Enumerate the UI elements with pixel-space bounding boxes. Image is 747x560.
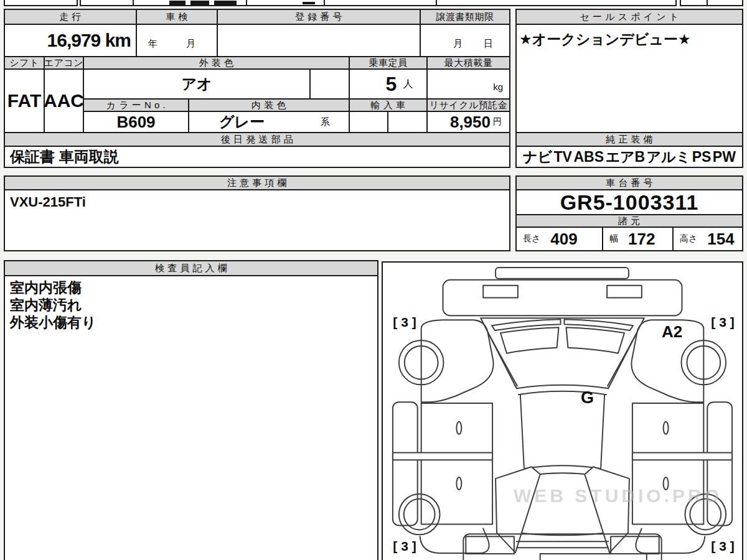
- max-load-unit: kg: [493, 82, 503, 92]
- clipped-text-fragment: [214, 1, 237, 5]
- spec-width: 幅 172: [602, 226, 674, 251]
- inspector-note-line: 室内薄汚れ: [10, 296, 372, 314]
- clipped-text-fragment: [169, 1, 186, 5]
- color-no-header: カ ラ ー N o .: [83, 98, 189, 112]
- tire-depth-front-right: [ 3 ]: [703, 315, 742, 330]
- inspector-note-line: 外装小傷有り: [10, 314, 372, 331]
- sales-point-header: セ ー ル ス ポ イ ン ト: [515, 9, 743, 25]
- spec-length-label: 長さ: [523, 233, 540, 245]
- equipment-list: ナビTVABSエアBアルミPSPW: [515, 146, 743, 168]
- spec-height: 高さ 154: [672, 226, 743, 251]
- spec-width-label: 幅: [609, 233, 618, 245]
- recycle-fee-value: 8,950 円: [426, 111, 510, 133]
- inspection-header: 車 検: [136, 9, 218, 25]
- spec-height-label: 高さ: [680, 233, 697, 245]
- max-load-header: 最大積載量: [426, 56, 510, 70]
- inspector-note-line: 室内内張傷: [10, 279, 372, 296]
- specs-header: 諸 元: [515, 214, 743, 228]
- registration-header: 登 録 番 号: [217, 9, 421, 25]
- interior-color-header: 内 装 色: [188, 98, 350, 112]
- equipment-item: アルミ: [647, 147, 691, 167]
- interior-color-value: グレー 系: [188, 111, 350, 133]
- watermark: WEB STUDIO.PRO: [514, 485, 722, 506]
- clipped-top-cell: [4, 0, 78, 6]
- capacity-unit: 人: [403, 78, 413, 91]
- recycle-fee-unit: 円: [493, 116, 502, 128]
- spec-width-value: 172: [628, 230, 655, 249]
- import-value-cell: [387, 111, 428, 133]
- auction-sheet: { "watermark": "WEB STUDIO.PRO", "table"…: [0, 0, 747, 560]
- equipment-item: ナビ: [523, 147, 552, 167]
- clipped-top-cell: [680, 0, 708, 6]
- recycle-fee-amount: 8,950: [450, 113, 491, 132]
- later-shipping-header: 後 日 発 送 部 品: [4, 132, 510, 147]
- interior-color-name: グレー: [219, 112, 265, 132]
- later-shipping-value: 保証書 車両取説: [4, 146, 510, 168]
- clipped-top-cell: [324, 0, 437, 6]
- color-no-value: B609: [83, 111, 189, 133]
- chassis-number-header: 車 台 番 号: [515, 175, 743, 190]
- transfer-month-label: 月: [453, 38, 463, 50]
- capacity-value: 5 人: [349, 68, 428, 100]
- spec-height-value: 154: [707, 230, 734, 249]
- capacity-header: 乗車定員: [349, 56, 428, 70]
- aircon-header: エアコン: [44, 56, 84, 70]
- recycle-fee-header: リサイクル預託金: [426, 98, 510, 112]
- shift-value: FAT: [4, 68, 45, 133]
- equipment-item: PW: [713, 149, 736, 166]
- inspection-value: 年 月: [136, 24, 218, 57]
- spec-length-value: 409: [550, 230, 577, 249]
- notes-value: VXU-215FTi: [4, 189, 510, 251]
- inspector-notes: 室内内張傷室内薄汚れ外装小傷有り: [4, 275, 378, 560]
- notes-header: 注 意 事 項 欄: [4, 175, 510, 190]
- transfer-deadline-header: 譲渡書類期限: [420, 9, 510, 25]
- clipped-text-fragment: [190, 1, 209, 5]
- clipped-top-cell: [707, 0, 743, 6]
- exterior-color-value: アオ: [83, 68, 311, 100]
- inspector-header: 検 査 員 記 入 欄: [4, 260, 378, 276]
- capacity-number: 5: [386, 73, 397, 96]
- clipped-top-cell: [436, 0, 677, 6]
- exterior-color-header: 外 装 色: [83, 56, 350, 70]
- mileage-header: 走 行: [4, 9, 137, 25]
- equipment-item: ABS: [573, 149, 604, 166]
- transfer-day-label: 日: [484, 38, 493, 50]
- clipped-text-fragment: [303, 2, 315, 4]
- chassis-number-value: GR5-1003311: [515, 189, 743, 215]
- tire-depth-rear-right: [ 3 ]: [703, 539, 742, 554]
- transfer-deadline-value: 月 日: [420, 24, 510, 57]
- exterior-color-extra-cell: [309, 68, 350, 100]
- tire-depth-rear-left: [ 3 ]: [385, 539, 424, 554]
- equipment-item: エアB: [605, 147, 645, 167]
- equipment-item: TV: [554, 149, 572, 166]
- clipped-top-cell: [80, 0, 134, 6]
- car-damage-diagram: WEB STUDIO.PRO [ 3 ] [ 3 ] [ 3 ] [ 3 ] A…: [382, 261, 743, 560]
- damage-mark-g: G: [581, 388, 594, 408]
- mileage-value: 16,979 km: [4, 24, 137, 57]
- damage-mark-a2: A2: [662, 322, 682, 342]
- registration-value: [217, 24, 421, 57]
- spec-length: 長さ 409: [515, 226, 603, 251]
- inspection-year-label: 年: [148, 38, 157, 50]
- import-header: 輸 入 車: [349, 98, 428, 112]
- equipment-header: 純 正 装 備: [515, 132, 743, 147]
- shift-header: シフト: [4, 56, 45, 70]
- sales-point-value: ★オークションデビュー★: [515, 24, 743, 133]
- car-outline-drawing: [383, 263, 742, 560]
- interior-color-suffix: 系: [321, 116, 330, 128]
- inspection-month-label: 月: [186, 38, 195, 50]
- equipment-item: PS: [692, 149, 712, 166]
- import-value-cell: [349, 111, 388, 133]
- max-load-value: kg: [426, 68, 510, 100]
- tire-depth-front-left: [ 3 ]: [385, 315, 424, 330]
- aircon-value: AAC: [44, 68, 84, 133]
